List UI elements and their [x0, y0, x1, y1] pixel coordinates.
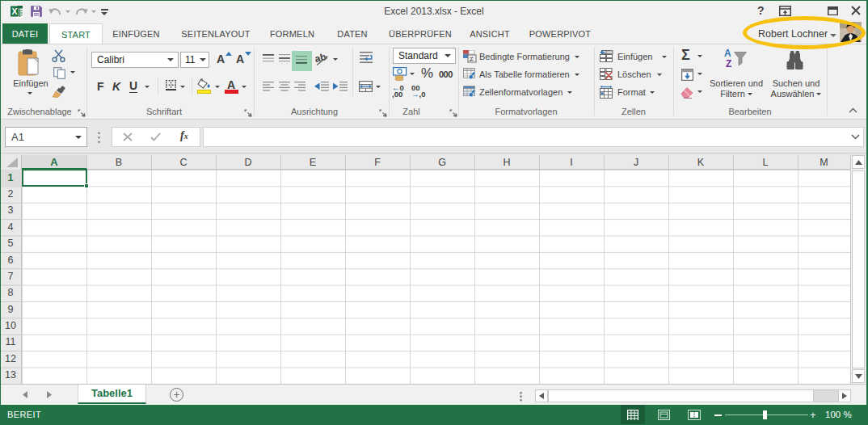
svg-text:≠: ≠ [470, 55, 474, 63]
